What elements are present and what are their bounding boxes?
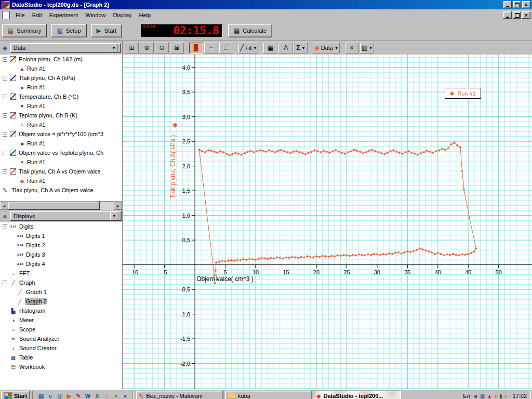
paint-icon[interactable]: ✎ — [74, 391, 83, 399]
run-item[interactable]: ■Run #1 — [0, 139, 122, 148]
alarm-button[interactable]: ▉ — [189, 43, 203, 54]
display-item-graph-1[interactable]: ╱Graph 1 — [0, 287, 122, 297]
expand-toggle[interactable]: − — [3, 95, 7, 99]
icq-icon[interactable]: ● — [111, 391, 121, 399]
menu-window[interactable]: Window — [82, 11, 109, 19]
data-item-tlak-plynu-ch-a-vs-objem-valce[interactable]: ✎Tlak plynu, Ch A vs Objem valce — [0, 185, 122, 195]
delete-button[interactable]: × — [345, 43, 359, 54]
display-item-digits-4[interactable]: 3.14Digits 4 — [0, 259, 122, 269]
child-restore-button[interactable] — [513, 11, 521, 19]
display-item-digits-2[interactable]: 3.14Digits 2 — [0, 241, 122, 250]
scroll-left-icon[interactable]: ◄ — [0, 202, 8, 210]
slope-tool-button[interactable]: ∠ — [219, 43, 233, 54]
data-item-temperature-ch-b-c[interactable]: −Temperature, Ch B (°C) — [0, 92, 122, 101]
expand-toggle[interactable]: − — [3, 281, 7, 285]
expand-toggle[interactable]: − — [3, 76, 7, 81]
task-button-datastudio-tepl200[interactable]: ◆DataStudio - tepl200... — [314, 391, 401, 399]
setup-button[interactable]: ▧ Setup — [51, 24, 86, 37]
menu-edit[interactable]: Edit — [29, 11, 46, 19]
run-item[interactable]: ●Run #1 — [0, 83, 122, 92]
media-player-icon[interactable]: ▶ — [64, 391, 74, 399]
data-button[interactable]: ◆Data▼ — [313, 43, 339, 54]
displays-panel-bar[interactable]: Displays ▼ — [10, 211, 122, 221]
menu-experiment[interactable]: Experiment — [46, 11, 82, 19]
display-item-graph[interactable]: −╱Graph — [0, 278, 122, 287]
outlook-icon[interactable]: @ — [55, 391, 64, 399]
data-item-objem-valce-vs-teplota-plynu-ch[interactable]: −Objem valce vs Teplota plynu, Ch — [0, 148, 122, 157]
graph-canvas[interactable]: -10-551015202530354045504,03,53,02,52,01… — [123, 55, 532, 389]
winamp-icon[interactable]: ♪ — [102, 391, 111, 399]
scheduler-icon[interactable]: ● — [494, 393, 497, 399]
expand-toggle[interactable]: − — [3, 151, 7, 155]
chevron-down-icon[interactable]: ▼ — [110, 211, 118, 220]
display-item-graph-2[interactable]: ╱Graph 2 — [0, 297, 122, 306]
excel-icon[interactable]: X — [92, 391, 102, 399]
child-close-button[interactable]: × — [522, 11, 530, 19]
expand-toggle[interactable]: − — [3, 224, 7, 229]
expand-toggle[interactable]: − — [3, 132, 7, 137]
close-button[interactable]: × — [522, 1, 530, 8]
calculate-button[interactable]: ▦ Calculate — [228, 24, 272, 37]
antivirus-icon[interactable]: ▲ — [487, 393, 492, 399]
graph-settings-button[interactable]: ▥▼ — [360, 43, 374, 54]
scrollbar-thumb[interactable] — [8, 202, 100, 210]
display-item-sound-creator[interactable]: ♪Sound Creator — [0, 343, 122, 353]
network-icon[interactable]: ▮ — [499, 393, 502, 399]
data-item-poloha-pistu-ch-1-2-m[interactable]: −Poloha pistu, Ch 1&2 (m) — [0, 55, 122, 64]
keyboard-layout-indicator[interactable]: En — [463, 393, 470, 399]
task-button-kuba[interactable]: kuba — [225, 391, 312, 399]
run-item[interactable]: +Run #1 — [0, 120, 122, 129]
data-item-objem-valce-pi-r-r-y-100-cm-3[interactable]: −Objem valce = pi*r*r*y*100 (cm^3 — [0, 129, 122, 139]
run-item[interactable]: ◆Run #1 — [0, 176, 122, 185]
data-item-teplota-plynu-ch-b-k[interactable]: −Teplota plynu, Ch B (K) — [0, 111, 122, 120]
run-item[interactable]: ▲Run #1 — [0, 64, 122, 73]
legend[interactable]: ◆ Run #1 — [445, 88, 481, 99]
scroll-right-icon[interactable]: ► — [114, 202, 122, 210]
child-minimize-button[interactable] — [503, 11, 512, 19]
internet-explorer-icon[interactable]: e — [46, 391, 55, 399]
display-item-digits-3[interactable]: 3.14Digits 3 — [0, 250, 122, 259]
task-button-bez-n-zvu-malov-n[interactable]: ✎Bez_názvu - Malování — [136, 391, 223, 399]
restore-button[interactable] — [513, 1, 521, 8]
menu-file[interactable]: File — [12, 11, 29, 19]
messenger-icon[interactable]: + — [504, 393, 508, 399]
display-item-histogram[interactable]: ▙Histogram — [0, 306, 122, 315]
menu-help[interactable]: Help — [136, 11, 155, 19]
display-item-digits-1[interactable]: 3.14Digits 1 — [0, 231, 122, 241]
smart-tool-button[interactable]: + — [204, 43, 218, 54]
zoom-out-button[interactable]: ⊖ — [155, 43, 169, 54]
run-item[interactable]: ▼Run #1 — [0, 101, 122, 111]
realplayer-icon[interactable]: ● — [121, 391, 130, 399]
show-desktop-icon[interactable]: ▤ — [36, 391, 46, 399]
zoom-in-button[interactable]: ⊕ — [140, 43, 154, 54]
display-item-table[interactable]: ▦Table — [0, 353, 122, 362]
start-menu-button[interactable]: Start — [1, 391, 30, 399]
start-button[interactable]: ▶ Start — [91, 24, 122, 37]
display-item-meter[interactable]: ◑Meter — [0, 315, 122, 325]
text-annotation-button[interactable]: A — [278, 43, 292, 54]
display-item-scope[interactable]: ≈Scope — [0, 325, 122, 334]
display-item-digits[interactable]: −3.14Digits — [0, 222, 122, 231]
data-panel-bar[interactable]: Data ▼ — [10, 43, 121, 53]
minimize-button[interactable] — [503, 1, 512, 8]
run-item[interactable]: ×Run #1 — [0, 157, 122, 167]
fit-button[interactable]: ╱Fit▼ — [238, 43, 258, 54]
display-item-fft[interactable]: ≈FFT — [0, 269, 122, 278]
expand-toggle[interactable]: − — [3, 57, 7, 62]
menu-display[interactable]: Display — [109, 11, 135, 19]
display-settings-icon[interactable]: ▦ — [480, 393, 485, 399]
display-item-workbook[interactable]: ▤Workbook — [0, 362, 122, 371]
data-item-tlak-plynu-ch-a-kpa[interactable]: −Tlak plynu, Ch A (kPa) — [0, 73, 122, 83]
scale-to-fit-button[interactable]: ⊞ — [125, 43, 139, 54]
statistics-button[interactable]: Σ▼ — [294, 43, 308, 54]
display-item-sound-analyzer[interactable]: ≈Sound Analyzer — [0, 334, 122, 343]
chevron-down-icon[interactable]: ▼ — [110, 44, 118, 52]
volume-icon[interactable]: ◄ — [473, 393, 478, 399]
summary-button[interactable]: ▤ Summary — [2, 24, 47, 37]
expand-toggle[interactable]: − — [3, 169, 7, 174]
word-icon[interactable]: W — [83, 391, 92, 399]
expand-toggle[interactable]: − — [3, 113, 7, 118]
calculate-button[interactable]: ▦ — [263, 43, 277, 54]
data-tree-hscrollbar[interactable]: ◄ ► — [0, 201, 122, 210]
zoom-select-button[interactable]: ⊠ — [170, 43, 184, 54]
